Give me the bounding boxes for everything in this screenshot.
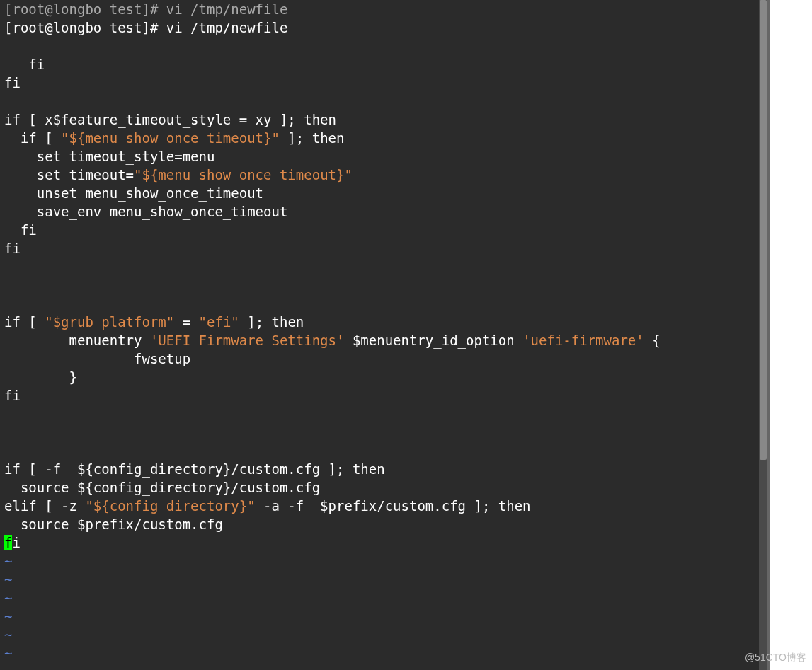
right-margin xyxy=(770,0,794,670)
code-line: i xyxy=(12,535,20,550)
code-line: fi xyxy=(4,57,45,72)
right-margin-inner xyxy=(794,0,812,670)
code-line: if [ xyxy=(4,130,61,146)
code-line: unset menu_show_once_timeout xyxy=(4,185,263,201)
cursor: f xyxy=(4,535,12,550)
code-line: } xyxy=(4,369,77,385)
code-line: set timeout= xyxy=(4,167,134,183)
code-line: fi xyxy=(4,75,21,91)
watermark: @51CTO博客 xyxy=(745,652,806,664)
code-line: fi xyxy=(4,222,37,238)
code-line: save_env menu_show_once_timeout xyxy=(4,204,287,219)
code-line: ]; then xyxy=(280,130,345,146)
code-line: source $prefix/custom.cfg xyxy=(4,516,223,532)
code-line: set timeout_style=menu xyxy=(4,149,215,164)
string-literal: "${menu_show_once_timeout}" xyxy=(61,130,280,146)
code-line: $menuentry_id_option xyxy=(344,333,522,348)
vi-empty-line: ~ xyxy=(4,608,12,624)
terminal-window: [root@longbo test]# vi /tmp/newfile [roo… xyxy=(0,0,770,670)
vi-empty-line: ~ xyxy=(4,572,12,587)
string-literal: "efi" xyxy=(199,314,239,330)
scrollbar-track[interactable] xyxy=(759,0,767,670)
string-literal: 'UEFI Firmware Settings' xyxy=(150,333,345,348)
code-line: source ${config_directory}/custom.cfg xyxy=(4,480,320,495)
code-line: fi xyxy=(4,241,21,256)
code-line: if [ -f ${config_directory}/custom.cfg ]… xyxy=(4,461,385,477)
shell-prompt-line: [root@longbo test]# vi /tmp/newfile xyxy=(4,20,287,35)
scrollbar-thumb[interactable] xyxy=(760,0,767,460)
code-line: menuentry xyxy=(4,333,150,348)
code-line: fwsetup xyxy=(4,351,190,366)
vi-empty-line: ~ xyxy=(4,590,12,606)
string-literal: "${menu_show_once_timeout}" xyxy=(134,167,353,183)
code-line: elif [ -z xyxy=(4,498,85,514)
code-line: = xyxy=(174,314,198,330)
string-literal: 'uefi-firmware' xyxy=(522,333,644,348)
code-line: if [ xyxy=(4,314,45,330)
vi-empty-line: ~ xyxy=(4,645,12,661)
shell-prompt-partial: [root@longbo test]# vi /tmp/newfile xyxy=(4,1,287,17)
code-line: -a -f $prefix/custom.cfg ]; then xyxy=(256,498,531,514)
string-literal: "$grub_platform" xyxy=(45,314,174,330)
terminal-content[interactable]: [root@longbo test]# vi /tmp/newfile [roo… xyxy=(0,0,761,670)
vi-empty-line: ~ xyxy=(4,627,12,642)
code-line: fi xyxy=(4,388,21,403)
code-line: ]; then xyxy=(239,314,304,330)
vi-empty-line: ~ xyxy=(4,553,12,569)
code-line: { xyxy=(644,333,661,348)
string-literal: "${config_directory}" xyxy=(85,498,255,514)
code-line: if [ x$feature_timeout_style = xy ]; the… xyxy=(4,112,336,127)
